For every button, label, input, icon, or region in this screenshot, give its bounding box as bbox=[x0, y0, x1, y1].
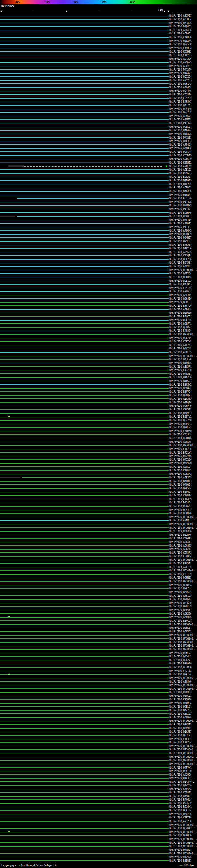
hit-row[interactable]: UniRef100_Q4RVH1 bbox=[0, 766, 197, 770]
hit-row[interactable]: UniRef100_A3EXY3 bbox=[0, 540, 197, 544]
hit-line[interactable] bbox=[0, 519, 169, 523]
hit-line[interactable] bbox=[0, 430, 169, 433]
hit-line[interactable] bbox=[0, 523, 169, 526]
hit-label[interactable]: UniRef100_C9XHE3 bbox=[169, 51, 192, 53]
hit-line[interactable] bbox=[0, 659, 169, 662]
hit-row[interactable]: UniRef100_UPI0000... bbox=[0, 648, 197, 652]
hit-row[interactable]: UniRef100_Q95E87 bbox=[0, 125, 197, 129]
hit-label[interactable]: UniRef100_A7P4J8 bbox=[169, 144, 192, 146]
hit-line[interactable] bbox=[0, 394, 169, 397]
hit-line[interactable] bbox=[0, 236, 169, 240]
hit-row[interactable]: UniRef100_B3MNQ2 bbox=[0, 386, 197, 390]
hit-line[interactable] bbox=[0, 497, 169, 501]
hit-row[interactable]: UniRef100_A7RTJ5 bbox=[0, 565, 197, 569]
hit-line[interactable] bbox=[0, 143, 169, 147]
hit-row[interactable]: UniRef100_P38919 bbox=[0, 662, 197, 666]
hit-label[interactable]: UniRef100_UPI0000... bbox=[169, 845, 197, 848]
hit-label[interactable]: UniRef100_A5B123 bbox=[169, 168, 192, 171]
hit-line[interactable] bbox=[0, 39, 169, 43]
hit-line[interactable] bbox=[0, 838, 169, 841]
hit-line[interactable] bbox=[0, 719, 169, 723]
hit-label[interactable]: UniRef100_Q40467 bbox=[169, 194, 192, 196]
hit-label[interactable]: UniRef100_A1CJT5 bbox=[169, 398, 192, 400]
hit-label[interactable]: UniRef100_Q9FD37 bbox=[169, 215, 192, 218]
hit-label[interactable]: UniRef100_Q16JE7 bbox=[169, 731, 192, 733]
hit-line[interactable] bbox=[0, 372, 169, 376]
hit-row[interactable]: UniRef100_P41378 bbox=[0, 200, 197, 204]
hit-label[interactable]: UniRef100_D2Z2Q9 bbox=[169, 111, 192, 114]
hit-row[interactable]: UniRef100_Q9BL61 bbox=[0, 705, 197, 709]
hit-row[interactable]: UniRef100_Q7PQD2 bbox=[0, 691, 197, 694]
hit-row[interactable]: UniRef100_B5Y531 bbox=[0, 261, 197, 265]
hit-line[interactable] bbox=[0, 322, 169, 326]
hit-row[interactable]: UniRef100_UPI0000... bbox=[0, 444, 197, 447]
hit-row[interactable]: UniRef100_B0CCG1 bbox=[0, 619, 197, 623]
hit-row[interactable]: UniRef100_Q1DQZ0 bbox=[0, 401, 197, 405]
hit-label[interactable]: UniRef100_C5M8T3 bbox=[169, 791, 192, 794]
hit-label[interactable]: UniRef100_A2Q689 bbox=[169, 86, 192, 89]
hit-label[interactable]: UniRef100_UPI0000... bbox=[169, 527, 197, 529]
hit-label[interactable]: UniRef100_P41379 bbox=[169, 68, 192, 71]
hit-line[interactable] bbox=[0, 809, 169, 813]
hit-label[interactable]: UniRef100_A8IP17 bbox=[169, 14, 192, 17]
hit-line[interactable] bbox=[0, 569, 169, 573]
hit-label[interactable]: UniRef100_A7P6N2 bbox=[169, 229, 192, 232]
hit-row[interactable]: UniRef100_B4KGG3 bbox=[0, 379, 197, 383]
hit-row[interactable]: UniRef100_UPI0000... bbox=[0, 745, 197, 748]
hit-row[interactable]: UniRef100_B1B7G5 bbox=[0, 182, 197, 186]
hit-label[interactable]: UniRef100_C3ZIT4 bbox=[169, 670, 192, 673]
hit-label[interactable]: UniRef100_Q9M1A4 bbox=[169, 151, 192, 153]
hit-label[interactable]: UniRef100_Q0Z748 bbox=[169, 419, 192, 422]
hit-row[interactable]: UniRef100_B4NZS8 bbox=[0, 376, 197, 379]
hit-label[interactable]: UniRef100_Q9PZE7 bbox=[169, 587, 192, 590]
hit-label[interactable]: UniRef100_UPI0000... bbox=[169, 648, 197, 651]
hit-label[interactable]: UniRef100_UPI0000... bbox=[169, 444, 197, 447]
hit-line[interactable] bbox=[0, 748, 169, 752]
hit-row[interactable]: UniRef100_D02494 bbox=[0, 501, 197, 505]
hit-label[interactable]: UniRef100_C5GM50 bbox=[169, 430, 192, 433]
hit-line[interactable] bbox=[0, 755, 169, 759]
hit-line[interactable] bbox=[0, 182, 169, 186]
hit-label[interactable]: UniRef100_UPI0000... bbox=[169, 645, 197, 647]
hit-line[interactable] bbox=[0, 304, 169, 308]
hit-line[interactable] bbox=[0, 820, 169, 823]
hit-row[interactable]: UniRef100_Q86D56 bbox=[0, 834, 197, 838]
hit-line[interactable] bbox=[0, 501, 169, 505]
hit-label[interactable]: UniRef100_A4Z929 bbox=[169, 773, 192, 776]
hit-label[interactable]: UniRef100_A9PW52 bbox=[169, 186, 192, 189]
hit-row[interactable]: UniRef100_UPI0000... bbox=[0, 637, 197, 641]
hit-label[interactable]: UniRef100_Q95E87 bbox=[169, 126, 192, 128]
hit-line[interactable] bbox=[0, 766, 169, 770]
hit-label[interactable]: UniRef100_UPI0000... bbox=[169, 569, 197, 572]
hit-line[interactable] bbox=[0, 75, 169, 79]
hit-line[interactable] bbox=[0, 734, 169, 738]
hit-label[interactable]: UniRef100_A2YGP5 bbox=[169, 251, 192, 254]
hit-label[interactable]: UniRef100_C1DYE3 bbox=[169, 54, 192, 57]
hit-line[interactable] bbox=[0, 644, 169, 648]
hit-row[interactable]: UniRef100_B2KYH6 bbox=[0, 247, 197, 251]
hit-label[interactable]: UniRef100_B9R813 bbox=[169, 179, 192, 182]
hit-row[interactable]: UniRef100_UPI0000... bbox=[0, 838, 197, 841]
hit-line[interactable] bbox=[0, 147, 169, 150]
hit-line[interactable] bbox=[0, 576, 169, 580]
hit-label[interactable]: UniRef100_Q2UPY3 bbox=[169, 394, 192, 397]
hit-label[interactable]: UniRef100_B0D1E3 bbox=[169, 280, 192, 282]
hit-line[interactable] bbox=[0, 516, 169, 519]
hit-label[interactable]: UniRef100_A7T256 bbox=[169, 820, 192, 823]
hit-label[interactable]: UniRef100_UPI0000... bbox=[169, 523, 197, 526]
hit-line[interactable] bbox=[0, 232, 169, 236]
hit-label[interactable]: UniRef100_A8MG27 bbox=[169, 115, 192, 118]
hit-row[interactable]: UniRef100_UPI0000... bbox=[0, 641, 197, 644]
hit-line[interactable] bbox=[0, 773, 169, 777]
hit-label[interactable]: UniRef100_Q41741 bbox=[169, 104, 192, 107]
hit-row[interactable]: UniRef100_B4JC20 bbox=[0, 358, 197, 362]
hit-label[interactable]: UniRef100_C8V533 bbox=[169, 408, 192, 411]
hit-label[interactable]: UniRef100_A7NMF1 bbox=[169, 118, 192, 121]
hit-line[interactable] bbox=[0, 36, 169, 39]
hit-row[interactable]: UniRef100_Q6AZL6 bbox=[0, 812, 197, 816]
hit-line[interactable] bbox=[0, 612, 169, 616]
hit-label[interactable]: UniRef100_B7Z1W1 bbox=[169, 452, 192, 454]
hit-line[interactable] bbox=[0, 344, 169, 347]
hit-line[interactable] bbox=[0, 82, 169, 86]
hit-label[interactable]: UniRef100_Q5BH48 bbox=[169, 437, 192, 440]
